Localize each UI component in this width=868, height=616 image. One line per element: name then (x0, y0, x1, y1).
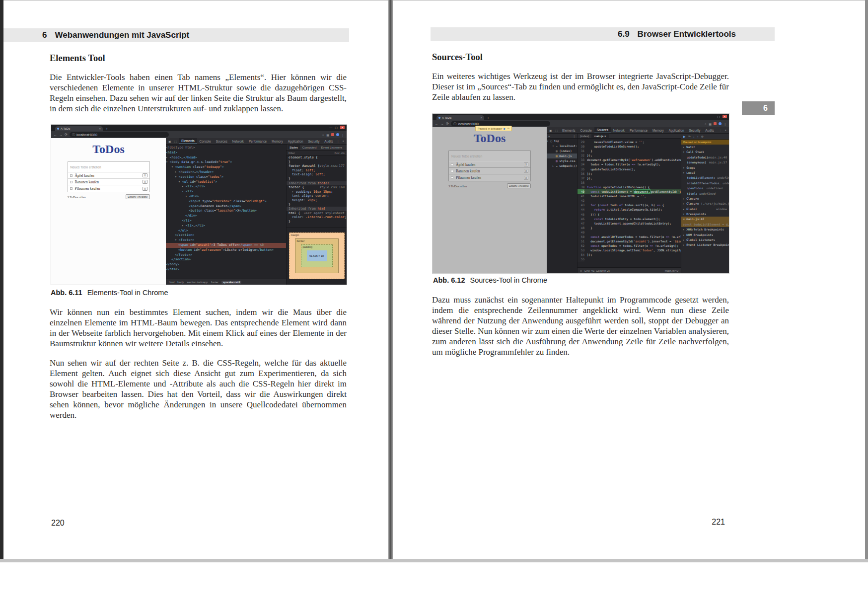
resume-icon[interactable]: ▶ (683, 135, 686, 138)
pane-row[interactable]: titel: undefined (681, 191, 729, 196)
extension-badge-icon[interactable] (714, 122, 717, 125)
pane-row[interactable]: ▸ Closure (681, 196, 729, 201)
pane-row[interactable]: ▸ <header>…</header> (166, 170, 286, 175)
minimize-icon[interactable]: — (712, 115, 715, 118)
pane-row[interactable]: ▤ main.js (547, 154, 577, 158)
new-todo-input[interactable]: Neues ToDo erstellen (449, 151, 530, 161)
devtools-tab[interactable]: Sources (594, 127, 611, 133)
todo-checkbox[interactable] (70, 181, 72, 183)
pane-row[interactable]: 41 todoListElement.innerHTML = ''; (578, 194, 681, 198)
pane-row[interactable]: ▾ <li> (166, 189, 286, 194)
line-number[interactable]: 37 (578, 176, 584, 180)
pane-row[interactable]: ▸ Event Listener Breakpoints (681, 242, 729, 247)
delete-todo-button[interactable]: X (143, 180, 147, 184)
pane-row[interactable]: 39function updateTodoListOnScreen() { (578, 185, 681, 189)
pane-row[interactable]: 54}); (578, 252, 681, 257)
line-number[interactable]: 29 (578, 140, 584, 144)
line-number[interactable]: 40 (578, 189, 584, 194)
step-out-icon[interactable]: ↑ (697, 135, 699, 138)
device-toolbar-icon[interactable]: ⬚ (173, 140, 178, 143)
pane-row[interactable]: updateTodoListOnScreenmain.js:40 (681, 155, 729, 160)
line-number[interactable]: 41 (578, 194, 584, 198)
devtools-close-icon[interactable]: × (723, 129, 727, 132)
styles-tab[interactable]: Event Listeners (319, 145, 344, 150)
todo-checkbox[interactable] (451, 170, 453, 172)
pane-row[interactable]: ▾ Call Stack (681, 150, 729, 154)
line-number[interactable]: 32 (578, 153, 584, 157)
tab-close-icon[interactable]: × (480, 116, 482, 119)
pane-row[interactable]: ▸ ☁ webpack:// (547, 163, 577, 168)
forward-icon[interactable]: → (440, 122, 444, 126)
step-over-icon[interactable]: ↷ (688, 135, 691, 138)
info-icon[interactable]: ⓘ (453, 122, 456, 126)
line-number[interactable]: 36 (578, 171, 584, 176)
pane-row[interactable]: const todoListElement = d… (681, 222, 729, 227)
pane-row[interactable]: 49 (578, 230, 681, 234)
maximize-icon[interactable]: ▢ (717, 115, 720, 118)
pane-row[interactable]: } (287, 203, 347, 207)
pane-row[interactable]: } (287, 220, 347, 224)
devtools-tab[interactable]: Memory (650, 128, 666, 133)
delete-todo-button[interactable]: X (143, 187, 147, 191)
close-icon[interactable]: ✕ (340, 126, 345, 129)
breadcrumb-item[interactable]: body (177, 281, 184, 284)
pane-row[interactable]: </li> (166, 219, 286, 224)
forward-icon[interactable]: → (59, 133, 63, 137)
line-number[interactable]: 55 (578, 257, 584, 261)
devtools-tab[interactable]: Elements (560, 128, 578, 133)
url-bar[interactable]: ⓘ localhost:8080 (70, 132, 169, 137)
file-tab[interactable]: (index) (578, 134, 591, 138)
pane-row[interactable]: 36}); (578, 171, 681, 176)
pane-row[interactable]: html {user agent stylesheet (287, 211, 347, 216)
line-number[interactable]: 42 (578, 198, 584, 203)
devtools-tab[interactable]: Sources (214, 139, 230, 144)
pane-row[interactable]: Inherited from footer (287, 181, 347, 186)
pane-row[interactable]: 31 } (578, 149, 681, 153)
breadcrumb-item[interactable]: section.todoapp (187, 281, 208, 284)
profile-avatar[interactable] (336, 133, 339, 136)
pane-row[interactable]: ▾ <ul id="todolist"> (166, 180, 286, 185)
pane-row[interactable]: <button class="loeschen">X</button> (166, 209, 286, 214)
breadcrumb-item[interactable]: span#anzahl (221, 281, 241, 284)
line-number[interactable]: 53 (578, 248, 584, 252)
devtools-tab[interactable]: Application (666, 128, 687, 133)
pane-row[interactable]: ▾ Scope (681, 165, 729, 170)
pane-row[interactable]: 55 (578, 257, 681, 261)
pane-row[interactable]: <html> (166, 151, 286, 155)
line-number[interactable]: 47 (578, 221, 584, 226)
filter-input[interactable]: Filter (289, 152, 295, 154)
line-number[interactable]: 33 (578, 157, 584, 162)
devtools-tab[interactable]: Application (286, 139, 306, 144)
clear-done-button[interactable]: Lösche erledigte (126, 194, 149, 199)
pane-row[interactable]: ▾ <body data-gr-c-s-loaded="true"> (166, 160, 286, 165)
pane-row[interactable]: } (287, 160, 347, 164)
pane-row[interactable]: ▸ Watch (681, 145, 729, 150)
devtools-tab[interactable]: Console (197, 139, 214, 144)
pane-row[interactable]: 48 } (578, 226, 681, 230)
reload-icon[interactable]: ⟳ (446, 122, 449, 126)
line-number[interactable]: 34 (578, 162, 584, 166)
pane-row[interactable]: 35 updateTodoListOnScreen(); (578, 167, 681, 171)
pane-row[interactable]: ▸ Globalwindow (681, 207, 729, 212)
devtools-tab[interactable]: Console (578, 128, 594, 133)
inspect-icon[interactable]: ▣ (167, 140, 172, 143)
pane-row[interactable]: float: left; (287, 168, 347, 173)
devtools-tab[interactable]: Network (230, 139, 246, 144)
line-number[interactable]: 30 (578, 144, 584, 149)
bookmark-icon[interactable]: ☆ (322, 133, 324, 137)
devtools-tab[interactable]: Performance (246, 139, 269, 144)
pane-row[interactable]: 45 })) { (578, 212, 681, 217)
pane-row[interactable]: } (287, 177, 347, 181)
new-tab-button[interactable]: + (487, 116, 489, 120)
pane-row[interactable]: </html> (166, 267, 286, 272)
line-number[interactable]: 45 (578, 212, 584, 217)
pane-row[interactable]: 44 return a.titel.localeCompare(b.titel)… (578, 207, 681, 212)
more-options-icon[interactable]: ⋮ (718, 129, 723, 132)
line-number[interactable]: 50 (578, 234, 584, 239)
line-number[interactable]: 43 (578, 203, 584, 207)
pane-row[interactable]: ▾ <section class="todos"> (166, 175, 286, 180)
line-number[interactable]: 54 (578, 252, 584, 257)
pane-row[interactable]: ▸ <li>…</li> (166, 184, 286, 189)
pane-row[interactable]: 37}); (578, 176, 681, 180)
todo-checkbox[interactable] (70, 174, 72, 177)
